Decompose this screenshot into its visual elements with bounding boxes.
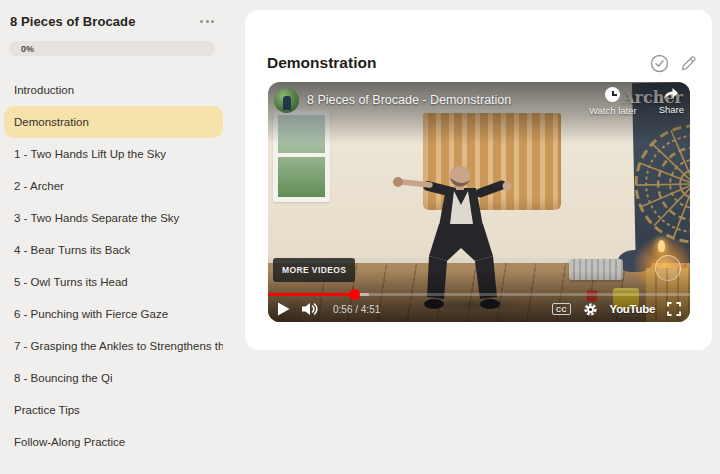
watch-later-button[interactable]: Watch later bbox=[589, 87, 637, 116]
sidebar-header: 8 Pieces of Brocade bbox=[10, 14, 216, 29]
sidebar-item-demonstration[interactable]: Demonstration bbox=[4, 106, 223, 138]
youtube-player[interactable]: Archer 8 Pieces of Brocade - Demonstrati… bbox=[268, 82, 690, 322]
sidebar-item-8-bouncing-qi[interactable]: 8 - Bouncing the Qi bbox=[4, 362, 223, 394]
settings-gear-icon[interactable] bbox=[583, 302, 598, 317]
play-button[interactable] bbox=[277, 302, 290, 316]
player-controls: 0:56 / 4:51 CC YouTube bbox=[268, 296, 690, 322]
sidebar-item-6-punching[interactable]: 6 - Punching with Fierce Gaze bbox=[4, 298, 223, 330]
time-display: 0:56 / 4:51 bbox=[333, 304, 380, 315]
sidebar-item-follow-along[interactable]: Follow-Along Practice bbox=[4, 426, 223, 458]
watch-later-label: Watch later bbox=[589, 105, 637, 116]
volume-icon[interactable] bbox=[302, 302, 319, 316]
sidebar-item-1-two-hands-lift[interactable]: 1 - Two Hands Lift Up the Sky bbox=[4, 138, 223, 170]
lesson-actions bbox=[650, 54, 697, 73]
sidebar-item-introduction[interactable]: Introduction bbox=[4, 74, 223, 106]
course-progress-bar: 0% bbox=[9, 41, 215, 56]
course-sidebar: 8 Pieces of Brocade 0% Introduction Demo… bbox=[0, 0, 230, 474]
share-label: Share bbox=[659, 104, 684, 115]
share-button[interactable]: Share bbox=[659, 87, 684, 116]
clock-icon bbox=[605, 87, 620, 102]
share-arrow-icon bbox=[663, 87, 679, 101]
scene-candle-flame bbox=[658, 240, 665, 252]
sidebar-item-practice-tips[interactable]: Practice Tips bbox=[4, 394, 223, 426]
captions-button[interactable]: CC bbox=[552, 303, 570, 315]
course-options-button ellipsis-icon[interactable] bbox=[198, 16, 216, 27]
check-circle-icon[interactable] bbox=[650, 54, 669, 73]
pencil-icon[interactable] bbox=[680, 55, 697, 72]
sidebar-item-4-bear-turns[interactable]: 4 - Bear Turns its Back bbox=[4, 234, 223, 266]
video-title-link[interactable]: 8 Pieces of Brocade - Demonstration bbox=[307, 93, 511, 107]
sidebar-item-5-owl-turns[interactable]: 5 - Owl Turns its Head bbox=[4, 266, 223, 298]
lesson-card: Demonstration bbox=[245, 10, 712, 350]
player-top-actions: Watch later Share bbox=[589, 87, 684, 116]
sidebar-item-7-grasping-ankles[interactable]: 7 - Grasping the Ankles to Strengthens t… bbox=[4, 330, 223, 362]
channel-avatar[interactable] bbox=[274, 88, 299, 113]
youtube-logo[interactable]: YouTube bbox=[610, 303, 655, 315]
progress-percent-label: 0% bbox=[9, 44, 34, 54]
sidebar-item-3-two-hands-separate[interactable]: 3 - Two Hands Separate the Sky bbox=[4, 202, 223, 234]
sidebar-item-2-archer[interactable]: 2 - Archer bbox=[4, 170, 223, 202]
lesson-list: Introduction Demonstration 1 - Two Hands… bbox=[4, 74, 223, 458]
fullscreen-button[interactable] bbox=[667, 302, 681, 316]
lesson-title: Demonstration bbox=[267, 54, 376, 72]
course-title: 8 Pieces of Brocade bbox=[10, 14, 135, 29]
